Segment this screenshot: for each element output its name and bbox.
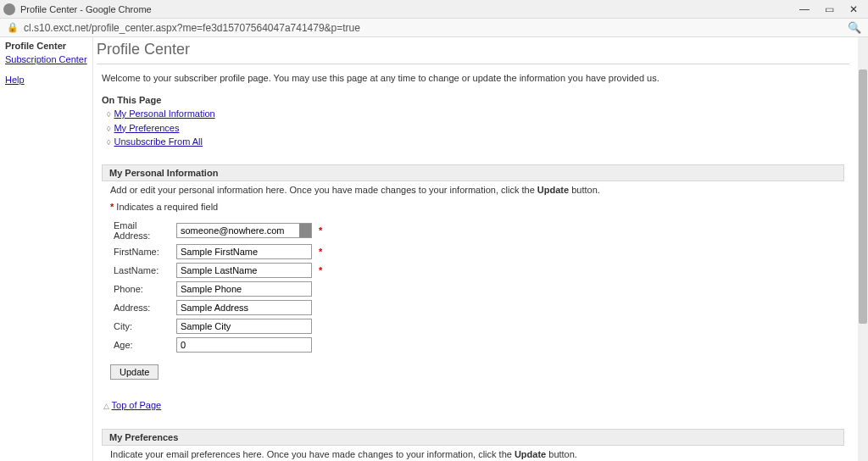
minimize-button[interactable]: — <box>799 4 810 14</box>
update-button[interactable]: Update <box>110 364 159 380</box>
sidebar-item-subscription[interactable]: Subscription Center <box>5 54 87 64</box>
maximize-button[interactable]: ▭ <box>825 4 834 14</box>
email-label: Email Address: <box>110 219 173 242</box>
preferences-header: My Preferences <box>102 429 844 446</box>
address-label: Address: <box>110 298 173 317</box>
lock-icon: 🔒 <box>7 22 19 33</box>
window-titlebar: Profile Center - Google Chrome — ▭ ✕ <box>0 0 868 19</box>
lastname-label: LastName: <box>110 261 173 280</box>
top-of-page-link[interactable]: Top of Page <box>112 400 162 410</box>
city-label: City: <box>110 317 173 336</box>
window-title: Profile Center - Google Chrome <box>20 4 799 14</box>
required-star: * <box>315 261 326 280</box>
address-bar: 🔒 cl.s10.exct.net/profile_center.aspx?me… <box>0 19 868 37</box>
required-star: * <box>315 242 326 261</box>
left-sidebar: Profile Center Subscription Center Help <box>0 37 93 461</box>
on-this-page: On This Page My Personal Information My … <box>97 95 849 149</box>
intro-text: Welcome to your subscriber profile page.… <box>97 73 849 83</box>
firstname-label: FirstName: <box>110 242 173 261</box>
personal-info-form: Email Address: * FirstName: * LastName: … <box>110 219 326 354</box>
firstname-field[interactable] <box>176 244 312 259</box>
email-dropdown-icon[interactable] <box>299 224 311 237</box>
email-field[interactable] <box>176 223 312 238</box>
personal-info-header: My Personal Information <box>102 164 844 181</box>
url-text[interactable]: cl.s10.exct.net/profile_center.aspx?me=f… <box>24 22 848 34</box>
phone-field[interactable] <box>176 281 312 297</box>
page-title: Profile Center <box>97 37 849 64</box>
personal-info-desc: Add or edit your personal information he… <box>97 181 849 202</box>
zoom-icon[interactable]: 🔍 <box>848 21 861 34</box>
close-button[interactable]: ✕ <box>849 4 858 14</box>
sidebar-title: Profile Center <box>5 41 87 51</box>
required-note: * Indicates a required field <box>110 202 836 212</box>
phone-label: Phone: <box>110 280 173 298</box>
city-field[interactable] <box>176 319 312 334</box>
anchor-personal-info[interactable]: My Personal Information <box>114 108 214 119</box>
vertical-scrollbar[interactable] <box>858 37 868 461</box>
anchor-preferences[interactable]: My Preferences <box>114 123 179 133</box>
anchor-unsubscribe[interactable]: Unsubscribe From All <box>114 136 203 147</box>
age-field[interactable] <box>176 337 312 353</box>
on-this-page-heading: On This Page <box>102 95 849 105</box>
age-label: Age: <box>110 336 173 354</box>
required-star: * <box>315 219 326 242</box>
sidebar-item-help[interactable]: Help <box>5 75 87 85</box>
scrollbar-thumb[interactable] <box>859 69 867 324</box>
lastname-field[interactable] <box>176 263 312 278</box>
address-field[interactable] <box>176 300 312 315</box>
preferences-desc: Indicate your email preferences here. On… <box>97 446 849 462</box>
browser-icon <box>3 3 15 15</box>
main-content: Profile Center Welcome to your subscribe… <box>93 37 858 461</box>
